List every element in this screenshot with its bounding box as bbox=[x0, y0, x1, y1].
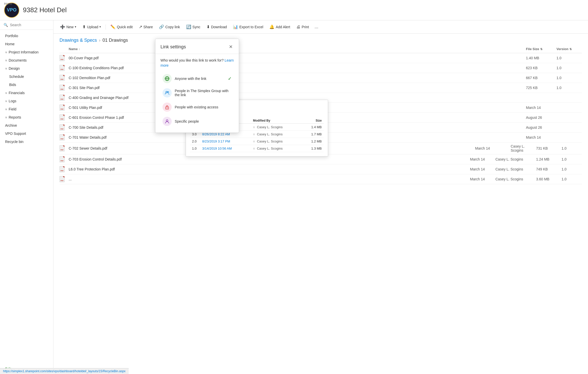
file-name[interactable]: 00-Cover Page.pdf bbox=[69, 56, 526, 60]
sidebar-item-label: Portfolio bbox=[5, 34, 18, 38]
file-type-icon: PDF bbox=[60, 65, 69, 71]
header-version-col[interactable]: Version ⇅ bbox=[556, 47, 582, 51]
dialog-header: Link settings ✕ bbox=[155, 39, 239, 54]
pdf-icon: PDF bbox=[60, 156, 65, 162]
sidebar-item-logs[interactable]: ∨ Logs bbox=[0, 97, 53, 105]
version-modified-by: ○ Casey L. Scogins bbox=[251, 145, 302, 152]
sidebar-item-label: Home bbox=[5, 42, 14, 46]
file-name[interactable]: C-400 Grading and Drainage Plan.pdf bbox=[69, 96, 526, 100]
link-option-existing-access[interactable]: People with existing access bbox=[160, 100, 234, 114]
file-name[interactable]: ... bbox=[69, 177, 470, 181]
sync-icon: 🔄 bbox=[186, 24, 191, 29]
sidebar-item-financials[interactable]: ∨ Financials bbox=[0, 89, 53, 97]
file-version: 1.0 bbox=[556, 56, 582, 60]
breadcrumb: Drawings & Specs › 01 Drawings bbox=[53, 34, 588, 45]
sidebar-item-label: Recycle bin bbox=[5, 140, 23, 144]
breadcrumb-parent[interactable]: Drawings & Specs bbox=[60, 38, 97, 43]
upload-button[interactable]: ⬆ Upload ▾ bbox=[80, 23, 104, 31]
file-name[interactable]: L6.0 Tree Protection Plan.pdf bbox=[69, 167, 470, 171]
header-name-col[interactable]: Name ↑ bbox=[69, 47, 526, 51]
dialog-close-button[interactable]: ✕ bbox=[228, 43, 234, 51]
file-type-icon: PDF bbox=[60, 134, 69, 140]
sidebar-item-field[interactable]: ∨ Field bbox=[0, 105, 53, 113]
sidebar-item-label: Bids bbox=[9, 83, 16, 87]
file-modified: March 14 bbox=[470, 177, 495, 181]
table-row: PDF C-102 Demolition Plan.pdf 667 KB 1.0 bbox=[60, 73, 582, 83]
file-size-2: 731 KB bbox=[536, 146, 562, 150]
main-content: ➕ New ▾ ⬆ Upload ▾ ✏️ Quick edit ↗ Share… bbox=[53, 20, 588, 374]
app-title: 9382 Hotel Del bbox=[23, 6, 67, 14]
edit-icon: ✏️ bbox=[110, 24, 115, 29]
sidebar-item-reports[interactable]: ∨ Reports bbox=[0, 113, 53, 121]
version-no: 2.0 bbox=[190, 138, 200, 145]
version-modified-date[interactable]: 8/23/2019 3:17 PM bbox=[200, 138, 251, 145]
file-type-icon: PDF bbox=[60, 156, 69, 162]
sidebar-item-label: VPO Support bbox=[5, 132, 26, 136]
sidebar-item-recycle-bin[interactable]: Recycle bin bbox=[0, 138, 53, 146]
version-row: 2.0 8/23/2019 3:17 PM ○ Casey L. Scogins… bbox=[190, 138, 324, 145]
file-size: 725 KB bbox=[526, 86, 556, 90]
group-icon bbox=[163, 88, 172, 97]
pdf-icon: PDF bbox=[60, 145, 65, 151]
file-size: 3.60 MB bbox=[536, 177, 562, 181]
new-button[interactable]: ➕ New ▾ bbox=[57, 23, 79, 31]
file-type-icon: PDF bbox=[60, 105, 69, 111]
pdf-icon: PDF bbox=[60, 85, 65, 91]
file-modified-date: August 26 bbox=[526, 116, 556, 120]
search-container[interactable]: 🔍 bbox=[0, 20, 53, 30]
pdf-icon: PDF bbox=[60, 134, 65, 140]
sidebar-item-archive[interactable]: Archive bbox=[0, 121, 53, 130]
sync-button[interactable]: 🔄 Sync bbox=[184, 23, 203, 31]
file-name[interactable]: C-102 Demolition Plan.pdf bbox=[69, 76, 526, 80]
more-button[interactable]: ... bbox=[313, 23, 320, 31]
version-modified-date[interactable]: 3/14/2019 10:56 AM bbox=[200, 145, 251, 152]
globe-icon bbox=[163, 74, 172, 83]
sidebar-item-label: Financials bbox=[9, 91, 25, 95]
file-version-2: 1.0 bbox=[562, 146, 582, 150]
file-name[interactable]: C-100 Existing Conditions Plan.pdf bbox=[69, 66, 526, 70]
logo-text: VPO bbox=[7, 7, 17, 13]
link-settings-dialog: Link settings ✕ Who would you like this … bbox=[155, 39, 239, 133]
copy-link-label: Copy link bbox=[165, 25, 180, 29]
pdf-icon: PDF bbox=[60, 114, 65, 121]
link-option-group[interactable]: People in The Simplex Group with the lin… bbox=[160, 86, 234, 100]
sidebar-item-documents[interactable]: ∨ Documents bbox=[0, 56, 53, 64]
add-alert-button[interactable]: 🔔 Add Alert bbox=[267, 23, 293, 31]
header-filesize-col[interactable]: File Size ⇅ bbox=[526, 47, 556, 51]
version-column-label: Version bbox=[556, 47, 568, 51]
file-list-header: Name ↑ File Size ⇅ Version ⇅ bbox=[60, 45, 582, 53]
sidebar-item-bids[interactable]: Bids bbox=[0, 81, 53, 89]
breadcrumb-current: 01 Drawings bbox=[102, 38, 128, 43]
copy-link-button[interactable]: 🔗 Copy link bbox=[156, 23, 183, 31]
sidebar-item-home[interactable]: Home bbox=[0, 40, 53, 48]
file-type-icon: PDF bbox=[60, 176, 69, 182]
sidebar-item-schedule[interactable]: Schedule bbox=[0, 73, 53, 81]
plus-icon: ➕ bbox=[60, 24, 65, 29]
export-excel-button[interactable]: 📊 Export to Excel bbox=[230, 23, 266, 31]
size-column-header: Size bbox=[302, 118, 324, 124]
file-size: 623 KB bbox=[526, 66, 556, 70]
file-name[interactable]: C-301 Site Plan.pdf bbox=[69, 86, 526, 90]
link-icon: 🔗 bbox=[159, 24, 164, 29]
file-type-icon: PDF bbox=[60, 145, 69, 151]
app-header: VPO 9382 Hotel Del bbox=[0, 0, 588, 20]
home-breadcrumb[interactable]: Home bbox=[4, 2, 12, 6]
download-button[interactable]: ⬇ Download bbox=[204, 23, 229, 31]
sidebar-item-portfolio[interactable]: Portfolio bbox=[0, 32, 53, 40]
table-row: PDF 00-Cover Page.pdf 1.40 MB 1.0 bbox=[60, 53, 582, 63]
link-option-anyone[interactable]: Anyone with the link ✓ bbox=[160, 71, 234, 86]
version-modified-by: ○ Casey L. Scogins bbox=[251, 124, 302, 131]
svg-point-6 bbox=[167, 108, 168, 108]
toolbar: ➕ New ▾ ⬆ Upload ▾ ✏️ Quick edit ↗ Share… bbox=[53, 20, 588, 34]
file-name[interactable]: C-703 Erosion Control Details.pdf bbox=[69, 157, 470, 161]
file-version: 1.0 bbox=[562, 177, 582, 181]
quick-edit-button[interactable]: ✏️ Quick edit bbox=[108, 23, 135, 31]
sidebar-item-project-information[interactable]: ∨ Project Information bbox=[0, 48, 53, 56]
print-button[interactable]: 🖨 Print bbox=[294, 23, 312, 31]
search-input[interactable] bbox=[10, 23, 50, 27]
link-option-specific-people[interactable]: Specific people bbox=[160, 114, 234, 128]
sidebar-item-vpo-support[interactable]: VPO Support bbox=[0, 130, 53, 138]
file-version: 1.0 bbox=[556, 66, 582, 70]
sidebar-item-design[interactable]: ∨ Design bbox=[0, 64, 53, 73]
share-button[interactable]: ↗ Share bbox=[136, 23, 155, 31]
